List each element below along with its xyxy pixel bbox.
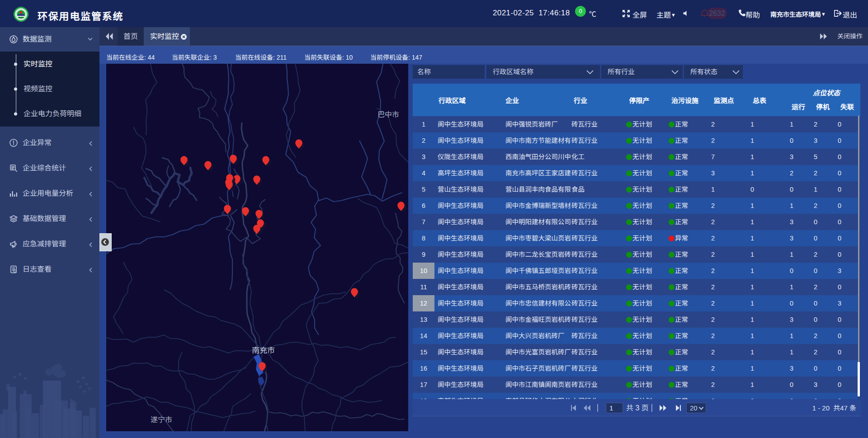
svg-text:遂宁市: 遂宁市 [151, 414, 172, 424]
svg-text:南充市: 南充市 [252, 344, 275, 355]
svg-text:巴中市: 巴中市 [377, 108, 399, 119]
